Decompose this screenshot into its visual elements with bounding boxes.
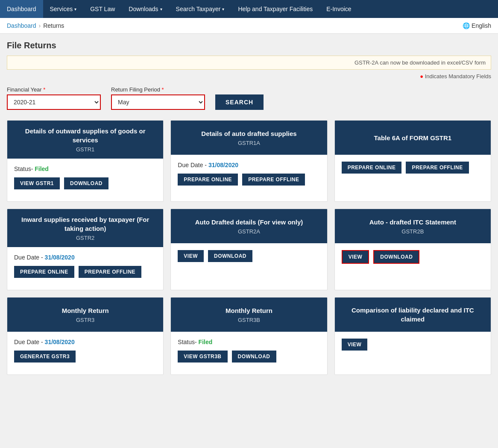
language-selector[interactable]: 🌐 English <box>463 22 491 29</box>
page-title: File Returns <box>7 41 491 50</box>
card-subtitle-gstr3b: GSTR3B <box>238 317 260 323</box>
card-title-gstr2b: Auto - drafted ITC Statement <box>369 218 456 227</box>
card-header-table6a: Table 6A of FORM GSTR1 <box>335 121 491 155</box>
card-gstr3b: Monthly ReturnGSTR3BStatus- FiledVIEW GS… <box>170 297 327 375</box>
card-status-gstr1a: Due Date - 31/08/2020 <box>178 162 320 168</box>
card-gstr1: Details of outward supplies of goods or … <box>7 120 164 202</box>
breadcrumb-home[interactable]: Dashboard <box>7 22 36 29</box>
view-gstr3b[interactable]: VIEW GSTR3B <box>178 351 227 363</box>
card-title-table6a: Table 6A of FORM GSTR1 <box>374 133 451 142</box>
view-cmp08[interactable]: VIEW <box>342 339 368 351</box>
view-gstr2b[interactable]: VIEW <box>342 250 369 264</box>
status-value-gstr3: 31/08/2020 <box>45 339 75 345</box>
status-label-gstr3b: Status- <box>178 339 198 345</box>
top-navigation: Dashboard Services ▾ GST Law Downloads ▾… <box>0 0 498 18</box>
nav-services[interactable]: Services ▾ <box>43 0 84 18</box>
generate-gstr3[interactable]: GENERATE GSTR3 <box>14 351 76 363</box>
card-subtitle-gstr1: GSTR1 <box>76 146 94 153</box>
breadcrumb-separator: › <box>39 22 41 29</box>
card-status-gstr3: Due Date - 31/08/2020 <box>14 339 156 345</box>
download-gstr1[interactable]: DOWNLOAD <box>64 177 108 189</box>
card-actions-gstr2: PREPARE ONLINEPREPARE OFFLINE <box>14 266 156 278</box>
info-banner-text: GSTR-2A can now be downloaded in excel/C… <box>354 59 486 66</box>
mandatory-note-text: Indicates Mandatory Fields <box>425 73 491 80</box>
card-title-gstr1: Details of outward supplies of goods or … <box>14 127 156 144</box>
card-title-gstr1a: Details of auto drafted supplies <box>201 129 296 138</box>
return-period-group: Return Filing Period * January February … <box>111 86 205 110</box>
globe-icon: 🌐 <box>463 22 470 29</box>
card-actions-cmp08: VIEW <box>342 339 484 351</box>
card-subtitle-gstr2b: GSTR2B <box>401 228 424 235</box>
nav-downloads[interactable]: Downloads ▾ <box>122 0 169 18</box>
card-gstr2: Inward supplies received by taxpayer (Fo… <box>7 209 164 290</box>
card-gstr2a: Auto Drafted details (For view only)GSTR… <box>170 209 327 290</box>
downloads-dropdown-arrow: ▾ <box>160 7 162 12</box>
prepare-online-gstr2[interactable]: PREPARE ONLINE <box>14 266 74 278</box>
download-gstr2b[interactable]: DOWNLOAD <box>373 250 419 264</box>
card-actions-gstr2a: VIEWDOWNLOAD <box>178 250 320 262</box>
download-gstr3b[interactable]: DOWNLOAD <box>232 351 276 363</box>
status-value-gstr1: Filed <box>35 165 49 172</box>
card-actions-gstr2b: VIEWDOWNLOAD <box>342 250 484 264</box>
card-body-cmp08: VIEW <box>335 332 491 374</box>
financial-year-label: Financial Year * <box>7 86 101 93</box>
financial-year-select[interactable]: 2017-18 2018-19 2019-20 2020-21 2021-22 <box>7 94 101 110</box>
status-label-gstr3: Due Date - <box>14 339 45 345</box>
card-body-gstr1a: Due Date - 31/08/2020PREPARE ONLINEPREPA… <box>171 155 327 197</box>
nav-gst-law[interactable]: GST Law <box>83 0 122 18</box>
main-content: File Returns GSTR-2A can now be download… <box>0 34 498 382</box>
mandatory-dot: ● <box>420 73 423 80</box>
card-subtitle-gstr3: GSTR3 <box>76 317 94 323</box>
nav-search-taxpayer[interactable]: Search Taxpayer ▾ <box>169 0 231 18</box>
card-table6a: Table 6A of FORM GSTR1PREPARE ONLINEPREP… <box>334 120 491 202</box>
return-period-select[interactable]: January February March April May June Ju… <box>111 94 205 110</box>
card-actions-gstr1a: PREPARE ONLINEPREPARE OFFLINE <box>178 174 320 186</box>
card-body-gstr2a: VIEWDOWNLOAD <box>171 243 327 286</box>
download-gstr2a[interactable]: DOWNLOAD <box>208 250 252 262</box>
nav-dashboard[interactable]: Dashboard <box>0 0 43 18</box>
status-label-gstr1a: Due Date - <box>178 162 208 168</box>
breadcrumb: Dashboard › Returns <box>7 22 64 29</box>
card-subtitle-gstr2a: GSTR2A <box>238 228 260 235</box>
card-title-gstr3: Monthly Return <box>62 306 109 315</box>
card-body-table6a: PREPARE ONLINEPREPARE OFFLINE <box>335 155 491 197</box>
nav-help[interactable]: Help and Taxpayer Facilities <box>231 0 319 18</box>
card-subtitle-gstr1a: GSTR1A <box>238 140 260 146</box>
prepare-offline-gstr2[interactable]: PREPARE OFFLINE <box>79 266 141 278</box>
card-header-gstr2a: Auto Drafted details (For view only)GSTR… <box>171 209 327 243</box>
prepare-online-table6a[interactable]: PREPARE ONLINE <box>342 162 402 174</box>
card-header-gstr1: Details of outward supplies of goods or … <box>7 121 163 159</box>
prepare-offline-table6a[interactable]: PREPARE OFFLINE <box>406 162 469 174</box>
breadcrumb-bar: Dashboard › Returns 🌐 English <box>0 18 498 34</box>
filter-row: Financial Year * 2017-18 2018-19 2019-20… <box>7 86 491 110</box>
card-header-gstr2: Inward supplies received by taxpayer (Fo… <box>7 209 163 247</box>
card-title-gstr2a: Auto Drafted details (For view only) <box>195 218 303 227</box>
language-label: English <box>472 22 491 29</box>
card-actions-gstr3b: VIEW GSTR3BDOWNLOAD <box>178 351 320 363</box>
search-button[interactable]: SEARCH <box>215 94 264 110</box>
status-value-gstr2: 31/08/2020 <box>45 254 75 261</box>
prepare-offline-gstr1a[interactable]: PREPARE OFFLINE <box>242 174 305 186</box>
card-actions-gstr1: VIEW GSTR1DOWNLOAD <box>14 177 156 189</box>
view-gstr1[interactable]: VIEW GSTR1 <box>14 177 60 189</box>
view-gstr2a[interactable]: VIEW <box>178 250 204 262</box>
card-gstr2b: Auto - drafted ITC StatementGSTR2BVIEWDO… <box>334 209 491 290</box>
card-title-gstr3b: Monthly Return <box>226 306 272 315</box>
card-body-gstr3: Due Date - 31/08/2020GENERATE GSTR3 <box>7 332 163 374</box>
card-body-gstr2b: VIEWDOWNLOAD <box>335 243 491 286</box>
status-value-gstr1a: 31/08/2020 <box>208 162 238 168</box>
services-dropdown-arrow: ▾ <box>74 7 76 12</box>
card-cmp08: Comparison of liability declared and ITC… <box>334 297 491 375</box>
return-period-label: Return Filing Period * <box>111 86 205 93</box>
card-subtitle-gstr2: GSTR2 <box>76 235 94 241</box>
status-label-gstr2: Due Date - <box>14 254 45 261</box>
nav-e-invoice[interactable]: E-Invoice <box>319 0 358 18</box>
card-gstr3: Monthly ReturnGSTR3Due Date - 31/08/2020… <box>7 297 164 375</box>
prepare-online-gstr1a[interactable]: PREPARE ONLINE <box>178 174 238 186</box>
card-status-gstr2: Due Date - 31/08/2020 <box>14 254 156 261</box>
card-header-gstr3: Monthly ReturnGSTR3 <box>7 298 163 332</box>
card-actions-table6a: PREPARE ONLINEPREPARE OFFLINE <box>342 162 484 174</box>
mandatory-note: ● Indicates Mandatory Fields <box>7 73 491 80</box>
info-banner: GSTR-2A can now be downloaded in excel/C… <box>7 56 491 70</box>
card-status-gstr1: Status- Filed <box>14 165 156 172</box>
